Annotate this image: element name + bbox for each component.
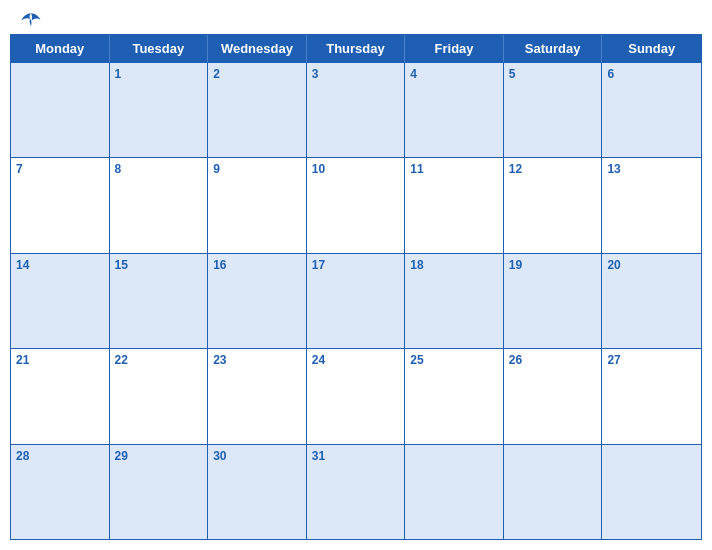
day-number: 1 xyxy=(115,66,203,83)
day-number: 3 xyxy=(312,66,400,83)
day-header-monday: Monday xyxy=(11,35,110,62)
day-cell: 29 xyxy=(110,445,209,539)
day-cell: 30 xyxy=(208,445,307,539)
day-number: 21 xyxy=(16,352,104,369)
day-number: 13 xyxy=(607,161,696,178)
day-number: 7 xyxy=(16,161,104,178)
day-header-friday: Friday xyxy=(405,35,504,62)
day-cell: 28 xyxy=(11,445,110,539)
day-cell: 15 xyxy=(110,254,209,348)
weeks-container: 1234567891011121314151617181920212223242… xyxy=(11,62,701,539)
day-cell: 20 xyxy=(602,254,701,348)
day-number: 23 xyxy=(213,352,301,369)
day-number: 26 xyxy=(509,352,597,369)
day-cell: 5 xyxy=(504,63,603,157)
day-number: 17 xyxy=(312,257,400,274)
header xyxy=(0,0,712,34)
day-cell: 11 xyxy=(405,158,504,252)
day-cell xyxy=(405,445,504,539)
day-cell: 23 xyxy=(208,349,307,443)
day-number: 5 xyxy=(509,66,597,83)
day-number: 8 xyxy=(115,161,203,178)
day-number: 6 xyxy=(607,66,696,83)
day-number: 10 xyxy=(312,161,400,178)
day-number: 20 xyxy=(607,257,696,274)
day-cell xyxy=(602,445,701,539)
day-cell: 31 xyxy=(307,445,406,539)
day-cell: 3 xyxy=(307,63,406,157)
day-number: 27 xyxy=(607,352,696,369)
calendar-page: MondayTuesdayWednesdayThursdayFridaySatu… xyxy=(0,0,712,550)
day-cell: 16 xyxy=(208,254,307,348)
day-cell: 19 xyxy=(504,254,603,348)
day-number: 16 xyxy=(213,257,301,274)
day-number: 24 xyxy=(312,352,400,369)
day-cell: 1 xyxy=(110,63,209,157)
day-cell: 7 xyxy=(11,158,110,252)
day-cell: 22 xyxy=(110,349,209,443)
day-cell: 27 xyxy=(602,349,701,443)
day-number: 22 xyxy=(115,352,203,369)
day-cell: 9 xyxy=(208,158,307,252)
day-number: 12 xyxy=(509,161,597,178)
week-row-1: 123456 xyxy=(11,62,701,157)
day-cell: 6 xyxy=(602,63,701,157)
day-cell: 8 xyxy=(110,158,209,252)
day-number: 31 xyxy=(312,448,400,465)
day-cell: 25 xyxy=(405,349,504,443)
day-number: 15 xyxy=(115,257,203,274)
day-number: 18 xyxy=(410,257,498,274)
day-headers-row: MondayTuesdayWednesdayThursdayFridaySatu… xyxy=(11,35,701,62)
day-cell: 12 xyxy=(504,158,603,252)
day-header-thursday: Thursday xyxy=(307,35,406,62)
day-number: 25 xyxy=(410,352,498,369)
week-row-4: 21222324252627 xyxy=(11,348,701,443)
day-cell xyxy=(11,63,110,157)
week-row-3: 14151617181920 xyxy=(11,253,701,348)
day-number: 14 xyxy=(16,257,104,274)
day-cell: 26 xyxy=(504,349,603,443)
day-number: 19 xyxy=(509,257,597,274)
day-number: 29 xyxy=(115,448,203,465)
day-cell: 2 xyxy=(208,63,307,157)
day-number: 4 xyxy=(410,66,498,83)
day-header-tuesday: Tuesday xyxy=(110,35,209,62)
day-number: 28 xyxy=(16,448,104,465)
day-number: 30 xyxy=(213,448,301,465)
day-cell: 24 xyxy=(307,349,406,443)
day-cell xyxy=(504,445,603,539)
day-cell: 13 xyxy=(602,158,701,252)
day-number: 11 xyxy=(410,161,498,178)
calendar-grid: MondayTuesdayWednesdayThursdayFridaySatu… xyxy=(10,34,702,540)
day-cell: 4 xyxy=(405,63,504,157)
week-row-2: 78910111213 xyxy=(11,157,701,252)
day-header-sunday: Sunday xyxy=(602,35,701,62)
day-header-wednesday: Wednesday xyxy=(208,35,307,62)
day-cell: 10 xyxy=(307,158,406,252)
day-cell: 17 xyxy=(307,254,406,348)
day-cell: 18 xyxy=(405,254,504,348)
logo-bird-icon xyxy=(20,10,42,28)
day-header-saturday: Saturday xyxy=(504,35,603,62)
day-number: 2 xyxy=(213,66,301,83)
day-number: 9 xyxy=(213,161,301,178)
logo xyxy=(18,10,46,28)
day-cell: 21 xyxy=(11,349,110,443)
day-cell: 14 xyxy=(11,254,110,348)
week-row-5: 28293031 xyxy=(11,444,701,539)
